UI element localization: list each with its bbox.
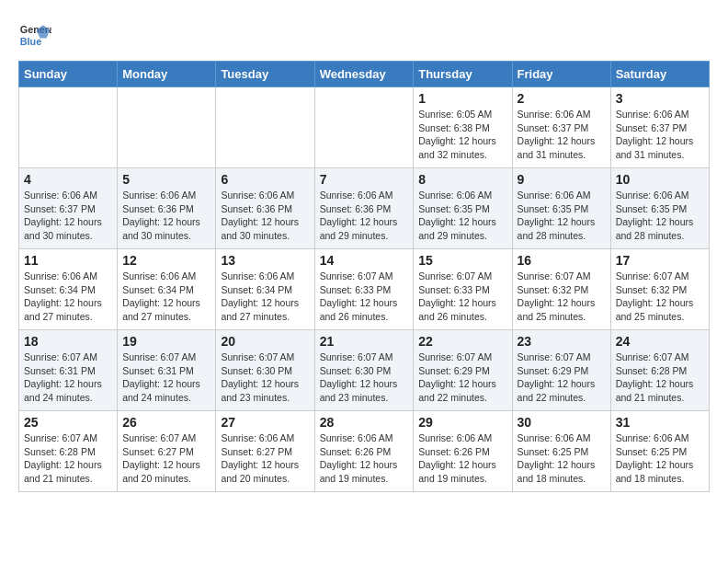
day-info: Sunrise: 6:05 AM Sunset: 6:38 PM Dayligh… [418, 108, 506, 162]
calendar-week-row: 18Sunrise: 6:07 AM Sunset: 6:31 PM Dayli… [19, 330, 710, 411]
day-number: 30 [518, 415, 606, 430]
day-info: Sunrise: 6:07 AM Sunset: 6:28 PM Dayligh… [24, 431, 112, 486]
calendar-week-row: 1Sunrise: 6:05 AM Sunset: 6:38 PM Daylig… [19, 87, 710, 168]
day-info: Sunrise: 6:07 AM Sunset: 6:27 PM Dayligh… [122, 431, 210, 486]
day-info: Sunrise: 6:06 AM Sunset: 6:34 PM Dayligh… [24, 270, 112, 324]
calendar-cell: 20Sunrise: 6:07 AM Sunset: 6:30 PM Dayli… [216, 330, 314, 411]
day-info: Sunrise: 6:06 AM Sunset: 6:25 PM Dayligh… [616, 431, 704, 486]
calendar-cell: 24Sunrise: 6:07 AM Sunset: 6:28 PM Dayli… [610, 330, 709, 411]
weekday-header: Friday [512, 62, 610, 87]
svg-text:Blue: Blue [20, 36, 41, 47]
day-info: Sunrise: 6:06 AM Sunset: 6:35 PM Dayligh… [518, 189, 606, 243]
day-info: Sunrise: 6:07 AM Sunset: 6:29 PM Dayligh… [518, 350, 606, 405]
calendar-week-row: 25Sunrise: 6:07 AM Sunset: 6:28 PM Dayli… [19, 411, 710, 492]
calendar-cell: 19Sunrise: 6:07 AM Sunset: 6:31 PM Dayli… [118, 330, 216, 411]
day-info: Sunrise: 6:07 AM Sunset: 6:30 PM Dayligh… [221, 350, 309, 405]
day-number: 15 [418, 253, 506, 268]
day-info: Sunrise: 6:07 AM Sunset: 6:31 PM Dayligh… [122, 350, 210, 405]
day-info: Sunrise: 6:07 AM Sunset: 6:32 PM Dayligh… [616, 270, 704, 324]
day-number: 9 [518, 172, 606, 187]
calendar-cell [118, 87, 216, 168]
weekday-header: Saturday [610, 62, 709, 87]
calendar-cell: 17Sunrise: 6:07 AM Sunset: 6:32 PM Dayli… [610, 249, 709, 330]
header-row: SundayMondayTuesdayWednesdayThursdayFrid… [19, 62, 710, 87]
calendar-cell: 22Sunrise: 6:07 AM Sunset: 6:29 PM Dayli… [414, 330, 512, 411]
calendar-cell: 10Sunrise: 6:06 AM Sunset: 6:35 PM Dayli… [610, 168, 709, 249]
day-number: 25 [24, 415, 112, 430]
calendar-cell: 18Sunrise: 6:07 AM Sunset: 6:31 PM Dayli… [19, 330, 118, 411]
day-number: 12 [122, 253, 210, 268]
day-number: 16 [518, 253, 606, 268]
calendar-cell [314, 87, 414, 168]
day-number: 29 [418, 415, 506, 430]
day-info: Sunrise: 6:06 AM Sunset: 6:37 PM Dayligh… [24, 189, 112, 243]
calendar-cell: 1Sunrise: 6:05 AM Sunset: 6:38 PM Daylig… [414, 87, 512, 168]
day-info: Sunrise: 6:07 AM Sunset: 6:33 PM Dayligh… [320, 270, 409, 324]
calendar-cell: 16Sunrise: 6:07 AM Sunset: 6:32 PM Dayli… [512, 249, 610, 330]
day-number: 5 [122, 172, 210, 187]
calendar-cell: 14Sunrise: 6:07 AM Sunset: 6:33 PM Dayli… [314, 249, 414, 330]
calendar-header: SundayMondayTuesdayWednesdayThursdayFrid… [19, 62, 710, 87]
calendar-cell: 8Sunrise: 6:06 AM Sunset: 6:35 PM Daylig… [414, 168, 512, 249]
calendar-cell: 12Sunrise: 6:06 AM Sunset: 6:34 PM Dayli… [118, 249, 216, 330]
calendar-cell: 23Sunrise: 6:07 AM Sunset: 6:29 PM Dayli… [512, 330, 610, 411]
day-info: Sunrise: 6:06 AM Sunset: 6:35 PM Dayligh… [418, 189, 506, 243]
day-info: Sunrise: 6:07 AM Sunset: 6:28 PM Dayligh… [616, 350, 704, 405]
weekday-header: Wednesday [314, 62, 414, 87]
calendar-cell: 6Sunrise: 6:06 AM Sunset: 6:36 PM Daylig… [216, 168, 314, 249]
calendar-week-row: 4Sunrise: 6:06 AM Sunset: 6:37 PM Daylig… [19, 168, 710, 249]
day-number: 26 [122, 415, 210, 430]
calendar-cell: 13Sunrise: 6:06 AM Sunset: 6:34 PM Dayli… [216, 249, 314, 330]
calendar-body: 1Sunrise: 6:05 AM Sunset: 6:38 PM Daylig… [19, 87, 710, 492]
day-info: Sunrise: 6:07 AM Sunset: 6:33 PM Dayligh… [418, 270, 506, 324]
weekday-header: Monday [118, 62, 216, 87]
day-number: 18 [24, 334, 112, 349]
page-header: General Blue [18, 18, 710, 52]
calendar-cell: 25Sunrise: 6:07 AM Sunset: 6:28 PM Dayli… [19, 411, 118, 492]
day-info: Sunrise: 6:06 AM Sunset: 6:36 PM Dayligh… [221, 189, 309, 243]
day-info: Sunrise: 6:06 AM Sunset: 6:26 PM Dayligh… [418, 431, 506, 486]
calendar-cell: 21Sunrise: 6:07 AM Sunset: 6:30 PM Dayli… [314, 330, 414, 411]
day-number: 7 [320, 172, 409, 187]
day-info: Sunrise: 6:07 AM Sunset: 6:31 PM Dayligh… [24, 350, 112, 405]
day-number: 6 [221, 172, 309, 187]
calendar-cell: 26Sunrise: 6:07 AM Sunset: 6:27 PM Dayli… [118, 411, 216, 492]
day-info: Sunrise: 6:06 AM Sunset: 6:25 PM Dayligh… [518, 431, 606, 486]
calendar-cell: 30Sunrise: 6:06 AM Sunset: 6:25 PM Dayli… [512, 411, 610, 492]
calendar-cell: 9Sunrise: 6:06 AM Sunset: 6:35 PM Daylig… [512, 168, 610, 249]
weekday-header: Tuesday [216, 62, 314, 87]
logo-icon: General Blue [18, 18, 51, 52]
day-number: 17 [616, 253, 704, 268]
logo: General Blue [18, 18, 51, 52]
calendar-cell: 2Sunrise: 6:06 AM Sunset: 6:37 PM Daylig… [512, 87, 610, 168]
day-info: Sunrise: 6:06 AM Sunset: 6:36 PM Dayligh… [122, 189, 210, 243]
day-number: 21 [320, 334, 409, 349]
day-info: Sunrise: 6:07 AM Sunset: 6:30 PM Dayligh… [320, 350, 409, 405]
calendar-cell: 4Sunrise: 6:06 AM Sunset: 6:37 PM Daylig… [19, 168, 118, 249]
day-info: Sunrise: 6:06 AM Sunset: 6:34 PM Dayligh… [221, 270, 309, 324]
day-number: 3 [616, 91, 704, 106]
day-number: 27 [221, 415, 309, 430]
day-number: 31 [616, 415, 704, 430]
day-number: 24 [616, 334, 704, 349]
calendar-week-row: 11Sunrise: 6:06 AM Sunset: 6:34 PM Dayli… [19, 249, 710, 330]
calendar-cell: 15Sunrise: 6:07 AM Sunset: 6:33 PM Dayli… [414, 249, 512, 330]
day-info: Sunrise: 6:06 AM Sunset: 6:35 PM Dayligh… [616, 189, 704, 243]
day-info: Sunrise: 6:06 AM Sunset: 6:37 PM Dayligh… [518, 108, 606, 162]
calendar-cell: 7Sunrise: 6:06 AM Sunset: 6:36 PM Daylig… [314, 168, 414, 249]
day-number: 1 [418, 91, 506, 106]
day-number: 13 [221, 253, 309, 268]
calendar-cell: 28Sunrise: 6:06 AM Sunset: 6:26 PM Dayli… [314, 411, 414, 492]
calendar-cell [216, 87, 314, 168]
calendar-cell: 11Sunrise: 6:06 AM Sunset: 6:34 PM Dayli… [19, 249, 118, 330]
day-info: Sunrise: 6:06 AM Sunset: 6:37 PM Dayligh… [616, 108, 704, 162]
day-info: Sunrise: 6:06 AM Sunset: 6:26 PM Dayligh… [320, 431, 409, 486]
day-info: Sunrise: 6:06 AM Sunset: 6:36 PM Dayligh… [320, 189, 409, 243]
day-info: Sunrise: 6:06 AM Sunset: 6:34 PM Dayligh… [122, 270, 210, 324]
day-info: Sunrise: 6:07 AM Sunset: 6:29 PM Dayligh… [418, 350, 506, 405]
day-number: 8 [418, 172, 506, 187]
calendar-cell: 5Sunrise: 6:06 AM Sunset: 6:36 PM Daylig… [118, 168, 216, 249]
day-number: 28 [320, 415, 409, 430]
calendar-cell: 31Sunrise: 6:06 AM Sunset: 6:25 PM Dayli… [610, 411, 709, 492]
day-number: 19 [122, 334, 210, 349]
